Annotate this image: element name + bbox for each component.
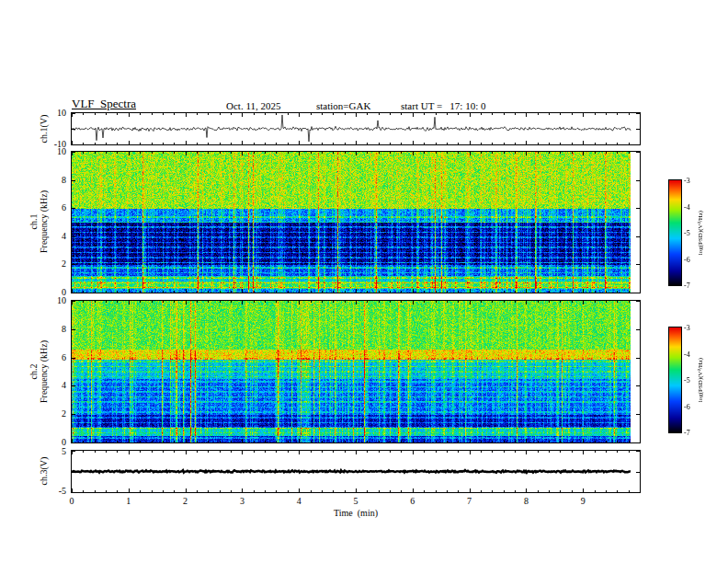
ch2-spectrogram-canvas [72, 301, 640, 442]
colorbar-tick-label: -7 [684, 282, 704, 290]
x-tick-label: 4 [297, 496, 301, 506]
ch2-colorbar [669, 327, 681, 432]
x-tick-label: 9 [581, 496, 586, 506]
x-tick-label: 6 [410, 496, 415, 506]
station-label: station=GAK [316, 100, 370, 111]
colorbar-tick-label: -3 [684, 324, 704, 332]
ch1-freq-axis-label-line1: ch.1 [28, 157, 39, 286]
ch2-freq-axis-label-line2: Frequency (kHz) [39, 307, 49, 436]
ch1-freq-axis-label-line2: Frequency (kHz) [39, 157, 49, 286]
ch2-colorbar-label: log(PSD)(V²/Hz) [697, 343, 704, 417]
vlf-spectra-figure: VLF Spectra Oct. 11, 2025 station=GAK st… [0, 0, 728, 563]
colorbar-tick-label: -3 [684, 177, 704, 185]
x-tick-label: 0 [70, 496, 74, 506]
ch1-colorbar-canvas [669, 180, 681, 285]
ch3-waveform-canvas [72, 451, 640, 492]
x-tick-label: 8 [524, 496, 529, 506]
x-tick-label: 1 [126, 496, 131, 506]
time-axis-label: Time (min) [310, 508, 402, 518]
ch1-colorbar-label: log(PSD)(V²/Hz) [697, 196, 704, 270]
figure-title: VLF Spectra [72, 97, 136, 111]
x-tick-label: 2 [183, 496, 188, 506]
y-tick-label: 10 [37, 295, 66, 305]
ch1-waveform-canvas [72, 113, 640, 144]
start-ut-label: start UT = 17: 10: 0 [401, 100, 485, 111]
ch2-spectrogram-panel [72, 301, 640, 442]
x-tick-label: 3 [240, 496, 245, 506]
x-tick-label: 5 [354, 496, 358, 506]
figure-date: Oct. 11, 2025 [226, 100, 280, 111]
ch1-waveform-panel [72, 113, 640, 144]
ch1-freq-axis-label: ch.1 Frequency (kHz) [28, 157, 49, 286]
ch1-spectrogram-canvas [72, 152, 640, 293]
colorbar-tick-label: -7 [684, 429, 704, 437]
ch3-volt-axis-label: ch.3(V) [39, 439, 50, 503]
ch1-colorbar [669, 180, 681, 285]
x-tick-label: 7 [467, 496, 472, 506]
ch1-spectrogram-panel [72, 152, 640, 293]
ch2-freq-axis-label-line1: ch.2 [28, 307, 39, 436]
ch2-colorbar-canvas [669, 327, 681, 432]
ch2-freq-axis-label: ch.2 Frequency (kHz) [28, 307, 49, 436]
y-tick-label: 10 [37, 146, 66, 156]
ch3-waveform-panel [72, 451, 640, 492]
